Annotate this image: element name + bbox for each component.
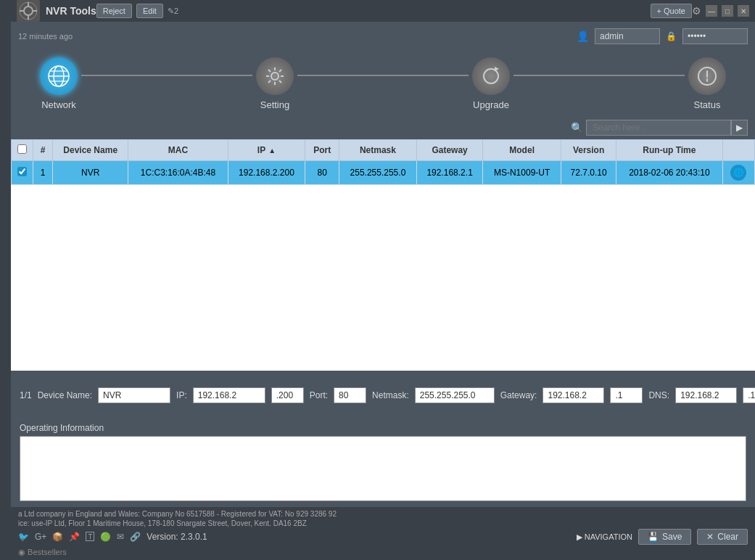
upgrade-icon-circle	[472, 57, 510, 95]
nav-connector-2	[297, 75, 469, 76]
row-mac: 1C:C3:16:0A:4B:48	[128, 161, 228, 185]
page-count: 1/1	[20, 390, 32, 400]
device-name-label: Device Name:	[38, 390, 92, 400]
row-web-btn-cell: 🌐	[722, 161, 754, 185]
ip-label: IP:	[176, 390, 187, 400]
bottom-form: 1/1 Device Name: IP: Port: Netmask: Gate…	[11, 371, 755, 420]
user-icon: 👤	[577, 30, 589, 42]
web-button[interactable]: 🌐	[730, 165, 746, 181]
row-checkbox-cell	[12, 161, 33, 185]
close-button[interactable]: ✕	[738, 5, 749, 17]
row-run-up-time: 2018-02-06 20:43:10	[616, 161, 722, 185]
svg-line-18	[279, 70, 281, 72]
lock-icon: 🔒	[666, 31, 677, 41]
row-netmask: 255.255.255.0	[339, 161, 417, 185]
nav-section: ▶ NAVIGATION 💾 Save ✕ Clear	[577, 529, 748, 545]
nav-item-status[interactable]: Status	[688, 57, 726, 110]
netmask-input[interactable]	[415, 387, 495, 403]
select-all-checkbox[interactable]	[17, 144, 27, 154]
app-title: NVR Tools	[46, 5, 96, 17]
quote-button[interactable]: + Quote	[651, 4, 692, 18]
col-num: #	[33, 140, 53, 161]
port-label: Port:	[310, 390, 328, 400]
app-window: NVR Tools Reject Edit ✎2 + Quote ⚙ — □ ✕…	[11, 0, 755, 560]
title-bar: NVR Tools Reject Edit ✎2 + Quote ⚙ — □ ✕	[11, 0, 755, 22]
dns-label: DNS:	[648, 390, 669, 400]
row-checkbox[interactable]	[17, 167, 27, 176]
table-body: 1 NVR 1C:C3:16:0A:4B:48 192.168.2.200 80…	[12, 161, 755, 185]
nav-label-upgrade: Upgrade	[473, 99, 509, 110]
password-input[interactable]	[682, 28, 748, 44]
col-gateway: Gateway	[416, 140, 483, 161]
col-run-up-time: Run-up Time	[616, 140, 722, 161]
search-icon: 🔍	[571, 122, 583, 133]
row-model: MS-N1009-UT	[483, 161, 561, 185]
user-row: 12 minutes ago 👤 🔒	[11, 22, 755, 51]
svg-point-11	[271, 73, 279, 80]
col-checkbox	[12, 140, 33, 161]
search-button[interactable]: ▶	[731, 120, 748, 136]
app-logo	[17, 0, 40, 22]
device-name-input[interactable]	[98, 387, 170, 403]
row-ip: 192.168.2.200	[228, 161, 305, 185]
col-netmask: Netmask	[339, 140, 417, 161]
svg-line-16	[268, 70, 271, 72]
gateway-input-2[interactable]	[610, 387, 643, 403]
clear-button[interactable]: ✕ Clear	[697, 529, 748, 545]
row-gateway: 192.168.2.1	[416, 161, 483, 185]
minimize-button[interactable]: —	[706, 5, 717, 17]
col-model: Model	[483, 140, 561, 161]
sort-arrow: ▲	[268, 147, 276, 155]
ip-input-2[interactable]	[271, 387, 304, 403]
search-input[interactable]	[586, 120, 731, 136]
nav-label-setting: Setting	[260, 99, 289, 110]
nav-connector-1	[81, 75, 252, 76]
save-button[interactable]: 💾 Save	[638, 529, 691, 545]
port-input[interactable]	[334, 387, 366, 403]
ip-input-1[interactable]	[193, 387, 265, 403]
search-row: 🔍 ▶	[11, 116, 755, 139]
clear-icon: ✕	[706, 532, 714, 542]
svg-line-19	[268, 81, 271, 83]
table-row[interactable]: 1 NVR 1C:C3:16:0A:4B:48 192.168.2.200 80…	[12, 161, 755, 185]
gear-button[interactable]: ⚙	[692, 5, 701, 17]
col-port: Port	[305, 140, 339, 161]
left-strip	[0, 0, 11, 560]
dns-input-2[interactable]	[743, 387, 755, 403]
row-version: 72.7.0.10	[561, 161, 616, 185]
row-port: 80	[305, 161, 339, 185]
nav-item-network[interactable]: Network	[40, 57, 78, 110]
gateway-label: Gateway:	[500, 390, 537, 400]
clear-label: Clear	[717, 532, 738, 542]
col-version: Version	[561, 140, 616, 161]
count-badge: ✎2	[168, 7, 178, 16]
time-badge: 12 minutes ago	[18, 32, 73, 41]
username-input[interactable]	[595, 28, 660, 44]
nav-connector-3	[513, 75, 685, 76]
footer-area: a Ltd company in England and Wales: Comp…	[11, 507, 755, 560]
navigation-label: ▶ NAVIGATION	[577, 532, 632, 542]
status-icon-circle	[688, 57, 726, 95]
title-bar-controls: ⚙ — □ ✕	[692, 5, 749, 17]
title-bar-left: NVR Tools	[17, 0, 96, 22]
reject-button[interactable]: Reject	[96, 4, 132, 18]
save-icon: 💾	[648, 532, 659, 542]
svg-marker-20	[495, 67, 499, 71]
dns-input-1[interactable]	[675, 387, 737, 403]
col-device-name: Device Name	[52, 140, 128, 161]
version-text: Version: 2.3.0.1	[147, 532, 207, 542]
nav-label-network: Network	[41, 99, 76, 110]
netmask-label: Netmask:	[372, 390, 409, 400]
device-table: # Device Name MAC IP ▲ Port Netmask Gate…	[11, 139, 755, 185]
bestsellers-label: ◉ Bestsellers	[18, 548, 748, 557]
footer-line2: ice: use-IP Ltd, Floor 1 Maritime House,…	[18, 519, 748, 527]
maximize-button[interactable]: □	[722, 5, 733, 17]
gateway-input-1[interactable]	[542, 387, 604, 403]
nav-item-setting[interactable]: Setting	[256, 57, 294, 110]
footer-line1: a Ltd company in England and Wales: Comp…	[18, 510, 748, 518]
edit-button[interactable]: Edit	[136, 4, 163, 18]
setting-icon-circle	[256, 57, 294, 95]
nav-item-upgrade[interactable]: Upgrade	[472, 57, 510, 110]
footer-bottom: 🐦 G+ 📦 📌 🅃 🟢 ✉ 🔗 Version: 2.3.0.1 ▶ NAVI…	[18, 529, 748, 545]
op-info-box	[20, 436, 746, 501]
